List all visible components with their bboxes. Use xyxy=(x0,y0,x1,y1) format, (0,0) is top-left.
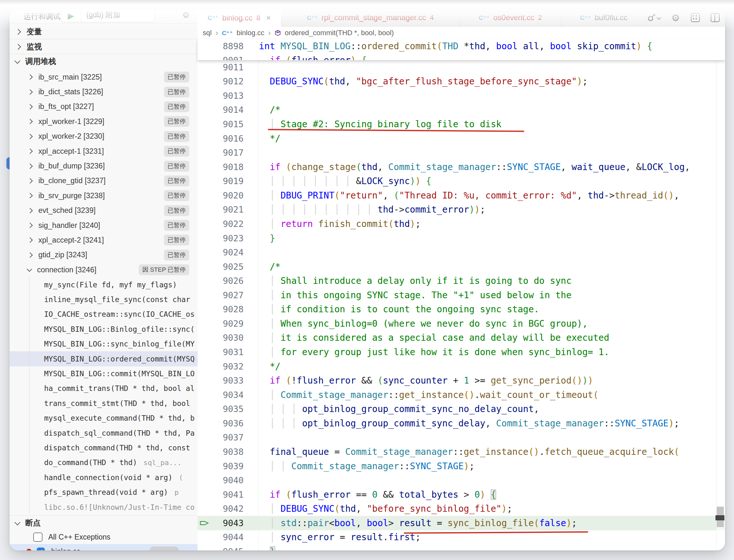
code-line[interactable]: 9037 xyxy=(198,431,725,445)
stack-frame-row[interactable]: handle_connection(void * arg)( xyxy=(10,470,198,485)
code-line[interactable]: 9045 } xyxy=(198,544,725,550)
checkbox-checked[interactable]: ✓ xyxy=(37,548,45,551)
start-debugging-icon[interactable]: ▶ xyxy=(61,9,81,22)
thread-row[interactable]: ib_clone_gtid [3237]已暂停 xyxy=(10,174,198,188)
chevron-right-icon xyxy=(15,44,21,50)
code-line[interactable]: 9022 │ return finish_commit(thd); xyxy=(198,217,725,231)
code-line[interactable]: 9012 DEBUG_SYNC(thd, "bgc_after_flush_st… xyxy=(198,74,725,89)
checkbox-unchecked[interactable] xyxy=(33,533,43,542)
gear-icon[interactable]: ⚙ xyxy=(671,12,680,23)
stack-frame-row[interactable]: MYSQL_BIN_LOG::ordered_commit(MYSQ xyxy=(10,351,198,366)
editor-tab-os0event-cc[interactable]: C⁺⁺os0event.cc2 xyxy=(460,9,561,26)
section-breakpoints[interactable]: 断点 xyxy=(10,516,198,530)
code-line[interactable]: 9016 */ xyxy=(198,131,725,146)
stack-frame-row[interactable]: inline_mysql_file_sync(const char xyxy=(10,292,198,307)
split-editor-icon[interactable] xyxy=(711,13,720,22)
breadcrumb-item-symbol[interactable]: ordered_commit(THD *, bool, bool) xyxy=(285,29,394,37)
debug-config-dropdown[interactable]: ▶ (gdb) 附加 xyxy=(61,9,155,22)
code-line[interactable]: 9030 │ it is considered as a special cas… xyxy=(198,331,725,345)
editor-tab-buf0flu-cc[interactable]: C⁺⁺buf0flu.cc xyxy=(561,9,646,26)
code-line[interactable]: 9038 final_queue = Commit_stage_manager:… xyxy=(198,445,725,459)
stack-frame-row[interactable]: do_command(THD * thd)sql_pa... xyxy=(10,455,198,470)
thread-row[interactable]: xpl_accept-2 [3241]已暂停 xyxy=(10,233,198,247)
stack-frame-row[interactable]: MYSQL_BIN_LOG::sync_binlog_file(MY xyxy=(10,337,198,351)
section-call-stack[interactable]: 调用堆栈 xyxy=(10,54,198,69)
code-viewport[interactable]: 90119012 DEBUG_SYNC(thd, "bgc_after_flus… xyxy=(198,60,725,550)
code-line[interactable]: 9018 if (change_stage(thd, Commit_stage_… xyxy=(198,160,725,174)
thread-row[interactable]: ib_dict_stats [3226]已暂停 xyxy=(10,84,198,99)
code-line[interactable]: 9023 } xyxy=(198,231,725,245)
stack-frame-row[interactable]: trans_commit_stmt(THD * thd, bool xyxy=(10,396,198,411)
code-line[interactable]: 9035 │ │ │ opt_binlog_group_commit_sync_… xyxy=(198,402,725,416)
thread-row[interactable]: xpl_accept-1 [3231]已暂停 xyxy=(10,144,198,159)
code-line[interactable]: 9041 if (flush_error == 0 && total_bytes… xyxy=(198,487,725,502)
breadcrumb-item-folder[interactable]: sql xyxy=(203,29,212,37)
code-line[interactable]: 9020 │ DBUG_PRINT("return", ("Thread ID:… xyxy=(198,188,725,203)
debug-run-icon[interactable] xyxy=(646,13,660,22)
code-text: if (flush_error == 0 && total_bytes > 0)… xyxy=(259,489,496,500)
editor-tab-binlog-cc[interactable]: C⁺⁺binlog.cc8× xyxy=(198,9,281,27)
divider xyxy=(10,24,198,24)
stack-frame-row[interactable]: ha_commit_trans(THD * thd, bool al xyxy=(10,381,198,396)
sticky-scroll[interactable]: 8898int MYSQL_BIN_LOG::ordered_commit(TH… xyxy=(198,39,725,60)
thread-row[interactable]: ib_src_main [3225]已暂停 xyxy=(10,70,198,84)
breakpoint-entry-row[interactable]: ✓ binlog.cc xyxy=(10,544,198,550)
code-line[interactable]: 9043 │ std::pair<bool, bool> result = sy… xyxy=(198,516,725,530)
tab-label: rpl_commit_stage_manager.cc xyxy=(322,13,426,22)
stack-frame-row[interactable]: IO_CACHE_ostream::sync(IO_CACHE_os xyxy=(10,307,198,322)
stack-frame-row[interactable]: mysql_execute_command(THD * thd, b xyxy=(10,411,198,425)
code-line[interactable]: 9014 /* xyxy=(198,103,725,117)
thread-row[interactable]: gtid_zip [3243]已暂停 xyxy=(10,248,198,262)
line-number: 9031 xyxy=(198,347,244,357)
code-line[interactable]: 9036 │ │ │ opt_binlog_group_commit_sync_… xyxy=(198,416,725,431)
thread-row[interactable]: ib_buf_dump [3236]已暂停 xyxy=(10,159,198,173)
thread-row[interactable]: xpl_worker-2 [3230]已暂停 xyxy=(10,129,198,144)
code-line[interactable]: 9033 if (!flush_error && (sync_counter +… xyxy=(198,373,725,388)
code-line-sticky[interactable]: 9001 if (flush_error) { xyxy=(198,53,725,60)
code-line[interactable]: 9034 │ Commit_stage_manager::get_instanc… xyxy=(198,388,725,402)
stack-frame-row[interactable]: dispatch_command(THD * thd, const xyxy=(10,440,198,455)
code-line[interactable]: 9025 /* xyxy=(198,260,725,274)
code-line[interactable]: 9021 │ │ │ │ │ │ │ │ │ │ thd->commit_err… xyxy=(198,203,725,217)
thread-row[interactable]: evt_sched [3239]已暂停 xyxy=(10,203,198,218)
code-text: │ │ │ opt_binlog_group_commit_sync_delay… xyxy=(259,418,679,429)
editor-tab-rpl_commit_stage_manager-cc[interactable]: C⁺⁺rpl_commit_stage_manager.cc4 xyxy=(281,9,460,26)
thread-row[interactable]: ib_srv_purge [3238]已暂停 xyxy=(10,188,198,203)
code-line[interactable]: 9027 │ in this ongoing SYNC stage. The "… xyxy=(198,288,725,302)
debug-config-label[interactable]: (gdb) 附加 xyxy=(81,10,125,22)
gear-icon[interactable]: ⚙ xyxy=(182,10,190,20)
code-line[interactable]: 9029 │ When sync_binlog=0 (where we neve… xyxy=(198,316,725,331)
code-line[interactable]: 9032 */ xyxy=(198,359,725,374)
stack-frame-row[interactable]: dispatch_sql_command(THD * thd, Pa xyxy=(10,425,198,440)
thread-row[interactable]: xpl_worker-1 [3229]已暂停 xyxy=(10,114,198,129)
stack-frame-row[interactable]: pfs_spawn_thread(void * arg)p xyxy=(10,485,198,500)
breakpoint-all-exceptions-row[interactable]: All C++ Exceptions xyxy=(10,530,198,544)
stack-frame-row[interactable]: MYSQL_BIN_LOG::Binlog_ofile::sync( xyxy=(10,322,198,337)
code-line[interactable]: 9019 │ │ │ │ │ │ │ │ &LOCK_sync)) { xyxy=(198,174,725,189)
code-line[interactable]: 9039 │ │ Commit_stage_manager::SYNC_STAG… xyxy=(198,459,725,473)
code-line[interactable]: 9024 xyxy=(198,245,725,260)
thread-label: gtid_zip [3243] xyxy=(38,251,87,259)
code-line[interactable]: 9011 xyxy=(198,60,725,74)
stack-frame-row[interactable]: MYSQL_BIN_LOG::commit(MYSQL_BIN_LO xyxy=(10,366,198,381)
close-icon[interactable]: × xyxy=(266,13,271,23)
code-text: │ │ Commit_stage_manager::SYNC_STAGE); xyxy=(259,461,474,471)
stack-frame-row[interactable]: libc.so.6![Unknown/Just-In-Time co xyxy=(10,500,198,514)
code-line[interactable]: 9042 │ DEBUG_SYNC(thd, "before_sync_binl… xyxy=(198,502,725,516)
section-watch[interactable]: 监视 xyxy=(10,39,198,54)
thread-row[interactable]: connection [3246]因 STEP 已暂停 xyxy=(10,262,198,277)
code-line-sticky[interactable]: 8898int MYSQL_BIN_LOG::ordered_commit(TH… xyxy=(198,39,725,53)
stack-frame-row[interactable]: my_sync(File fd, myf my_flags) xyxy=(10,277,198,292)
code-line[interactable]: 9026 │ Shall introduce a delay only if i… xyxy=(198,274,725,288)
code-line[interactable]: 9017 xyxy=(198,145,725,160)
thread-row[interactable]: ib_fts_opt [3227]已暂停 xyxy=(10,99,198,114)
layout-grid-icon[interactable] xyxy=(691,13,700,22)
section-variables[interactable]: 变量 xyxy=(10,24,198,39)
chevron-right-icon xyxy=(27,163,33,169)
code-line[interactable]: 9013 xyxy=(198,89,725,103)
thread-row[interactable]: sig_handler [3240]已暂停 xyxy=(10,218,198,233)
code-line[interactable]: 9031 │ for every group just like how it … xyxy=(198,345,725,359)
code-line[interactable]: 9028 │ if condition is to count the ongo… xyxy=(198,302,725,317)
code-line[interactable]: 9040 xyxy=(198,473,725,487)
breadcrumb-item-file[interactable]: binlog.cc xyxy=(237,29,264,37)
